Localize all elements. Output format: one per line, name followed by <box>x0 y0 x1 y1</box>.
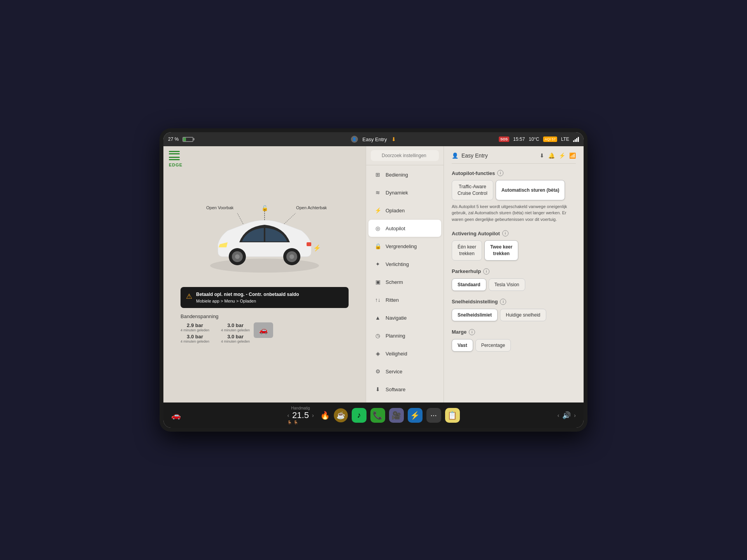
dashcam-icon[interactable]: 🎥 <box>389 408 404 423</box>
marge-section: Marge i Vast Percentage <box>452 329 576 352</box>
tire-rr: 3.0 bar 4 minuten geleden <box>221 334 250 343</box>
temperature-status: 10°C <box>529 136 539 142</box>
sidebar-item-dynamiek[interactable]: ≋ Dynamiek <box>368 184 441 201</box>
seat-icon-2: 🪑 <box>293 420 298 425</box>
seat-icons: 🪑 🪑 <box>287 420 314 425</box>
spotify-icon[interactable]: ♪ <box>352 408 366 423</box>
temp-up-arrow[interactable]: › <box>312 412 314 418</box>
snelheids-info[interactable]: i <box>500 299 506 305</box>
signal-bars <box>573 136 579 142</box>
volume-right-arrow[interactable]: › <box>574 412 576 418</box>
menu-item-label-vergrendeling: Vergrendeling <box>386 243 417 249</box>
robot-car-icon: 🚗 <box>254 322 273 338</box>
vast-btn[interactable]: Vast <box>452 339 473 352</box>
status-bar-right: SOS 15:57 10°C AQI 57 LTE <box>399 136 579 142</box>
screen-bezel: 27 % 👤 Easy Entry ⬇ SOS 15:57 10°C AQI 5… <box>160 128 587 432</box>
main-content: EDGE Open Voorbak Open Achterbak <box>163 146 584 402</box>
temp-mode-label: Handmatig <box>287 406 314 410</box>
autopilot-icon: ◎ <box>374 224 382 232</box>
huidige-snelheid-btn[interactable]: Huidige snelheid <box>500 309 546 321</box>
notification-icon[interactable]: 🔔 <box>548 152 555 159</box>
download-icon: ⬇ <box>391 136 396 142</box>
bluetooth-profile-icon[interactable]: ⚡ <box>559 152 565 159</box>
search-input[interactable] <box>371 150 439 161</box>
volume-left-arrow[interactable]: ‹ <box>558 412 559 418</box>
sidebar-item-planning[interactable]: ◷ Planning <box>368 327 441 344</box>
menu-item-label-ritten: Ritten <box>386 297 399 303</box>
menu-item-label-verlichting: Verlichting <box>386 261 409 267</box>
car-visualization: Open Voorbak Open Achterbak <box>171 205 358 283</box>
download-profile-icon[interactable]: ⬇ <box>540 152 544 159</box>
sos-badge[interactable]: SOS <box>499 136 509 142</box>
warning-text: Betaald opl. niet mog. - Contr. onbetaal… <box>196 291 299 304</box>
standaard-btn[interactable]: Standaard <box>452 278 486 291</box>
notes-icon[interactable]: 📋 <box>445 408 460 423</box>
parkeerhulp-title: Parkeerhulp i <box>452 268 576 275</box>
opladen-icon: ⚡ <box>374 206 382 214</box>
beam-icon-group[interactable] <box>169 157 182 160</box>
profile-name: 👤 Easy Entry <box>452 152 488 159</box>
more-icon[interactable]: ··· <box>426 408 441 423</box>
sidebar-item-software[interactable]: ⬇ Software <box>368 381 441 398</box>
left-panel: EDGE Open Voorbak Open Achterbak <box>163 146 366 402</box>
menu-item-label-navigatie: Navigatie <box>386 315 407 321</box>
twee-keer-btn[interactable]: Twee keer trekken <box>484 240 518 261</box>
signal-bar-3 <box>576 138 577 142</box>
sidebar-item-bediening[interactable]: ⊞ Bediening <box>368 166 441 183</box>
warning-banner: ⚠ Betaald opl. niet mog. - Contr. onbeta… <box>181 287 349 308</box>
coffee-icon[interactable]: ☕ <box>334 408 348 422</box>
parkeerhulp-info[interactable]: i <box>483 268 489 275</box>
sidebar-item-veiligheid[interactable]: ◈ Veiligheid <box>368 345 441 362</box>
headlight-icon-group[interactable] <box>169 151 182 154</box>
signal-bar-1 <box>573 140 574 142</box>
taskbar-car-icon[interactable]: 🚗 <box>171 411 181 420</box>
heating-icon[interactable]: 🔥 <box>320 411 330 420</box>
open-voorbak-label[interactable]: Open Voorbak <box>206 205 233 210</box>
tire-pressure-title: Bandenspanning <box>181 313 349 319</box>
autopilot-functies-info[interactable]: i <box>497 170 503 176</box>
bluetooth-icon[interactable]: ⚡ <box>408 408 423 423</box>
verlichting-icon: ✦ <box>374 260 382 268</box>
seat-icon-1: 🪑 <box>287 420 292 425</box>
tesla-vision-btn[interactable]: Tesla Vision <box>489 278 525 291</box>
taskbar-left: 🚗 <box>171 411 218 420</box>
sidebar-item-verlichting[interactable]: ✦ Verlichting <box>368 256 441 273</box>
sidebar-item-navigatie[interactable]: ▲ Navigatie <box>368 309 441 326</box>
sidebar-item-ritten[interactable]: ↑↓ Ritten <box>368 291 441 308</box>
taskbar-app-icons: 🔥 ☕ ♪ 📞 🎥 ⚡ ··· 📋 <box>320 408 460 423</box>
snelheidslimiet-btn[interactable]: Snelheidslimiet <box>452 309 498 321</box>
temp-display: Handmatig ‹ 21.5 › 🪑 🪑 <box>287 406 314 425</box>
taskbar-center: Handmatig ‹ 21.5 › 🪑 🪑 🔥 ☕ ♪ 📞 <box>218 406 529 425</box>
temp-down-arrow[interactable]: ‹ <box>287 412 289 418</box>
sidebar-item-service[interactable]: ⚙ Service <box>368 363 441 380</box>
settings-content: 👤 Easy Entry ⬇ 🔔 ⚡ 📶 Autopilot-functies … <box>444 146 584 402</box>
traffic-aware-btn[interactable]: Traffic-Aware Cruise Control <box>452 180 493 200</box>
automatisch-sturen-btn[interactable]: Automatisch sturen (bèta) <box>496 180 565 200</box>
activering-btn-group: Één keer trekken Twee keer trekken <box>452 240 576 261</box>
open-achterbak-label[interactable]: Open Achterbak <box>296 205 327 210</box>
sidebar-item-opladen[interactable]: ⚡ Opladen <box>368 202 441 219</box>
taskbar-right: ‹ 🔊 › <box>529 411 576 420</box>
menu-item-label-opladen: Opladen <box>386 208 405 214</box>
battery-percentage: 27 % <box>168 136 179 142</box>
svg-text:⚡: ⚡ <box>313 244 321 252</box>
sidebar-item-scherm[interactable]: ▣ Scherm <box>368 273 441 290</box>
parkeerhulp-section: Parkeerhulp i Standaard Tesla Vision <box>452 268 576 291</box>
warning-icon: ⚠ <box>186 291 192 302</box>
status-bar: 27 % 👤 Easy Entry ⬇ SOS 15:57 10°C AQI 5… <box>163 132 584 146</box>
sidebar-item-vergrendeling[interactable]: 🔒 Vergrendeling <box>368 238 441 255</box>
tire-pressure-section: Bandenspanning 2.9 bar 4 minuten geleden… <box>181 313 349 343</box>
sidebar-item-autopilot[interactable]: ◎ Autopilot <box>368 220 441 237</box>
menu-item-label-service: Service <box>386 369 402 374</box>
marge-info[interactable]: i <box>469 329 475 335</box>
een-keer-btn[interactable]: Één keer trekken <box>452 240 482 261</box>
speaker-icon[interactable]: 🔊 <box>562 411 571 420</box>
marge-title: Marge i <box>452 329 576 335</box>
phone-icon[interactable]: 📞 <box>370 408 385 423</box>
menu-item-label-planning: Planning <box>386 333 405 339</box>
svg-point-3 <box>235 254 240 259</box>
percentage-btn[interactable]: Percentage <box>475 339 511 352</box>
beam-line-2 <box>169 159 180 160</box>
activering-info[interactable]: i <box>502 230 509 236</box>
settings-menu: 🔍 ⊞ Bediening ≋ Dynamiek ⚡ Opladen ◎ Aut… <box>366 146 444 402</box>
